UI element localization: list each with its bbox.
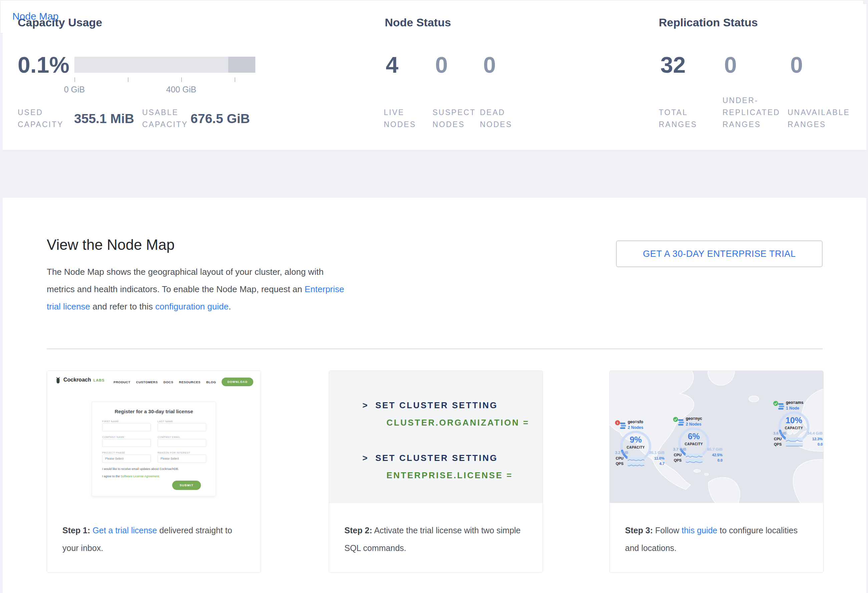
capacity-percent: 0.1% [18, 53, 69, 76]
download-button[interactable]: DOWNLOAD [221, 378, 253, 386]
reason-for-interest-select[interactable]: Please Select [158, 455, 206, 463]
description-line2: metrics and health indicators. To enable… [47, 284, 305, 294]
mini-nav-item-customers[interactable]: CUSTOMERS [136, 380, 158, 384]
capacity-range: 3.2 GiB 35.1 GiB [615, 450, 664, 455]
cluster-summary-bar: Capacity Usage 0.1% 0 GiB 400 GiB USED C… [3, 4, 867, 150]
under-replicated-label-line0: UNDER- [722, 95, 758, 106]
configuration-guide-link[interactable]: configuration guide [155, 302, 229, 312]
mini-nav-item-product[interactable]: PRODUCT [114, 380, 130, 384]
cpu-label: CPU [774, 437, 783, 441]
axis-tick [74, 77, 75, 82]
mini-nav-item-resources[interactable]: RESOURCES [179, 380, 201, 384]
under-replicated-ranges-count: 0 [724, 53, 737, 76]
capacity-bar [74, 57, 255, 73]
total-ranges-label-line1: TOTAL [659, 107, 688, 118]
last-name-label: LAST NAME [158, 420, 173, 423]
sql-keyword-1: SET CLUSTER SETTING [375, 400, 498, 410]
brand-suffix: LABS [93, 378, 105, 382]
under-replicated-label-line1: REPLICATED [722, 107, 780, 118]
unavailable-ranges-label-line2: RANGES [788, 119, 826, 130]
mini-nav-item-docs[interactable]: DOCS [164, 380, 173, 384]
locality-name: geo=ams [786, 400, 803, 405]
company-email-field[interactable] [158, 439, 206, 447]
cpu-value: 42.5% [712, 453, 722, 457]
enterprise-trial-license-link[interactable]: trial license [47, 302, 90, 312]
agree-text: I agree to the [102, 475, 121, 478]
get-enterprise-trial-button[interactable]: GET A 30-DAY ENTERPRISE TRIAL [616, 240, 822, 267]
capacity-total: 65.7 GiB [707, 447, 722, 451]
company-name-field[interactable] [102, 439, 151, 447]
axis-tick-label: 0 GiB [48, 85, 101, 94]
axis-tick [128, 77, 128, 82]
database-nodes-icon [678, 419, 685, 426]
dead-nodes-label-line2: NODES [480, 119, 512, 130]
capacity-percent: 10% [773, 416, 815, 425]
sql-commands-panel: >SET CLUSTER SETTING CLUSTER.ORGANIZATIO… [329, 371, 543, 503]
cpu-label: CPU [616, 456, 625, 460]
locality-geo-ams[interactable]: geo=ams 1 Node 10% CAPACITY 3.6 GiB 34.4… [773, 400, 823, 447]
mini-site-nav: PRODUCT CUSTOMERS DOCS RESOURCES BLOG DO… [114, 378, 253, 386]
form-title: Register for a 30-day trial license [92, 409, 216, 414]
cockroach-labs-logo: Cockroach LABS [55, 377, 105, 384]
capacity-used: 3.2 GiB [615, 450, 628, 455]
cpu-row: CPU 42.5% [674, 453, 722, 457]
dead-nodes-count: 0 [483, 53, 496, 76]
license-agreement-checkbox-row[interactable]: I agree to the Software License Agreemen… [102, 475, 209, 478]
get-trial-license-link[interactable]: Get a trial license [93, 525, 157, 535]
healthy-check-icon [673, 417, 678, 422]
cpu-sparkline [627, 457, 645, 460]
capacity-percent: 9% [615, 435, 657, 444]
view-selector-label[interactable]: Node Map [12, 11, 58, 22]
step2-label: Step 2: [344, 525, 372, 535]
locality-name: geo=sfo [628, 419, 643, 424]
unavailable-ranges-count: 0 [790, 53, 803, 76]
company-email-label: COMPANY EMAIL [158, 436, 180, 438]
total-ranges-label-line2: RANGES [659, 119, 697, 130]
capacity-used: 3.6 GiB [773, 431, 787, 435]
capacity-used: 3.7 GiB [673, 447, 686, 451]
enterprise-trial-license-link[interactable]: Enterprise [305, 284, 344, 294]
healthy-check-icon [773, 401, 778, 406]
node-map-promo-section: View the Node Map The Node Map shows the… [3, 198, 867, 593]
sql-statement-1: >SET CLUSTER SETTING [362, 400, 498, 411]
brand-name: Cockroach [63, 377, 91, 383]
submit-button[interactable]: SUBMIT [172, 481, 201, 490]
live-nodes-label-line1: LIVE [384, 107, 404, 118]
database-nodes-icon [620, 422, 626, 430]
error-badge-icon: 1 [615, 420, 620, 425]
first-name-field[interactable] [102, 423, 151, 431]
project-phase-label: PROJECT PHASE [102, 451, 125, 454]
sql-statement-2: >SET CLUSTER SETTING [362, 453, 498, 463]
locality-geo-sfo[interactable]: 1 geo=sfo 2 Nodes 9% CAPACITY [615, 419, 665, 466]
this-guide-link[interactable]: this guide [682, 525, 717, 535]
live-nodes-count: 4 [386, 53, 399, 76]
project-phase-select[interactable]: Please Select [102, 455, 151, 463]
email-updates-checkbox-row[interactable]: I would like to receive email updates ab… [102, 467, 209, 471]
trial-license-form: Register for a 30-day trial license FIRS… [92, 402, 216, 496]
company-name-label: COMPANY NAME [102, 436, 124, 438]
sql-setting-organization: CLUSTER.ORGANIZATION = [387, 418, 529, 428]
axis-tick-label: 400 GiB [155, 85, 208, 94]
qps-sparkline [785, 443, 803, 446]
capacity-range: 3.6 GiB 34.4 GiB [773, 431, 822, 435]
locality-geo-nyc[interactable]: geo=nyc 2 Nodes 6% CAPACITY 3.7 GiB 65.7… [673, 416, 723, 463]
node-map-preview: 1 geo=sfo 2 Nodes 9% CAPACITY [610, 371, 823, 503]
capacity-bar-usable-segment [74, 57, 228, 73]
locality-node-count: 2 Nodes [628, 425, 644, 430]
cpu-value: 12.3% [812, 437, 822, 441]
dead-nodes-label-line1: DEAD [480, 107, 505, 118]
mini-nav-item-blog[interactable]: BLOG [206, 380, 216, 384]
step3-card: 1 geo=sfo 2 Nodes 9% CAPACITY [610, 371, 824, 572]
capacity-label: CAPACITY [673, 442, 714, 446]
sql-prompt-icon: > [362, 453, 369, 463]
software-license-agreement-link[interactable]: Software License Agreement. [121, 475, 160, 478]
replication-status-title: Replication Status [659, 16, 758, 29]
last-name-field[interactable] [158, 423, 206, 431]
step3-pre: Follow [653, 525, 682, 535]
usable-capacity-label-line1: USABLE [142, 107, 179, 118]
locality-name: geo=nyc [686, 416, 702, 421]
qps-value: 0.0 [717, 458, 722, 462]
capacity-label: CAPACITY [773, 426, 815, 430]
description-line1: The Node Map shows the geographical layo… [47, 267, 324, 277]
step1-label: Step 1: [62, 525, 90, 535]
